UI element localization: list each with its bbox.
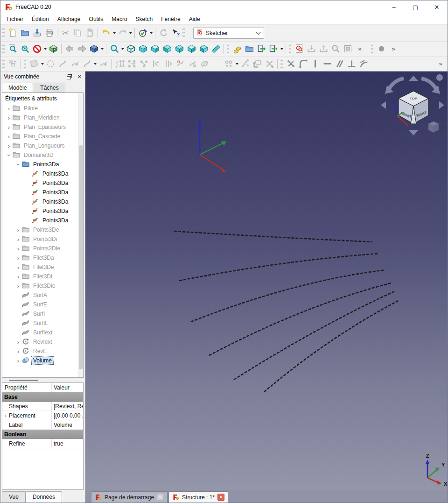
constraint-dof-button[interactable]: DOF: [113, 58, 126, 70]
tab-donnees[interactable]: Données: [26, 491, 62, 503]
toolbar-grip[interactable]: [2, 28, 5, 38]
undo-button[interactable]: [100, 27, 112, 39]
constraint-horizontal-button[interactable]: [321, 58, 333, 70]
tree-item-surfa-20[interactable]: SurfA: [2, 290, 83, 300]
constraint-snell-button[interactable]: [223, 58, 235, 70]
view-sketch-button[interactable]: [329, 43, 342, 55]
clipping-plane-button-dropdown[interactable]: [43, 43, 47, 55]
constraint-blocked-button[interactable]: !: [174, 58, 186, 70]
view-isometric-button[interactable]: [88, 43, 100, 55]
tree-item-points3da-12[interactable]: Points3Da: [2, 216, 83, 225]
navcube-rotate-ccw[interactable]: [389, 78, 404, 89]
macro-record-button[interactable]: [375, 43, 387, 55]
tree-expander-icon[interactable]: ›: [14, 236, 22, 243]
close-button[interactable]: ✕: [426, 0, 448, 14]
tree-scrollbar-thumb[interactable]: [79, 145, 83, 369]
navcube-arrow-up[interactable]: [409, 76, 418, 81]
validate-sketch-button[interactable]: [137, 27, 149, 39]
tree-item-reviext-25[interactable]: ›RevIext: [2, 337, 83, 347]
navcube-view-menu-button[interactable]: [428, 121, 445, 133]
tree-expander-icon[interactable]: ›: [5, 142, 13, 149]
toolbar-grip[interactable]: [24, 59, 26, 69]
toolbar-grip[interactable]: [371, 44, 373, 54]
tree-expander-icon[interactable]: ›: [14, 255, 22, 262]
point-curve-3[interactable]: [191, 270, 385, 322]
constraint-distance-y-button[interactable]: [162, 58, 174, 70]
reorient-sketch-button[interactable]: [317, 43, 329, 55]
view-axonometric-button[interactable]: [125, 43, 137, 55]
select-elements-button[interactable]: [28, 58, 40, 70]
constraint-perpendicular-button[interactable]: [345, 58, 357, 70]
tree-expander-icon[interactable]: ›: [14, 357, 22, 364]
map-sketch-button[interactable]: [305, 43, 317, 55]
navcube-arrow-right[interactable]: [439, 101, 444, 109]
view-right-button[interactable]: [161, 43, 173, 55]
refresh-button[interactable]: [157, 27, 169, 39]
constraint-snell-button-dropdown[interactable]: [235, 58, 239, 70]
menu-macro[interactable]: Macro: [107, 14, 131, 24]
constraint-tangent-button[interactable]: [357, 58, 370, 70]
tree-item-filet3di-18[interactable]: ›Filet3Di: [2, 272, 83, 281]
redo-button[interactable]: [116, 27, 128, 39]
tree-expander-icon[interactable]: ›: [14, 264, 22, 271]
navcube-arrow-down[interactable]: [409, 130, 418, 135]
constraint-distance-x-button[interactable]: [150, 58, 162, 70]
tree-expander-icon[interactable]: ›: [14, 273, 22, 280]
new-file-button[interactable]: [7, 27, 19, 39]
maximize-button[interactable]: ▢: [405, 0, 426, 14]
view-top-button[interactable]: [149, 43, 161, 55]
point-curve-6[interactable]: [264, 301, 398, 392]
view-bottom-button[interactable]: [185, 43, 197, 55]
workbench-selector[interactable]: Sketcher: [193, 28, 264, 39]
minimize-button[interactable]: –: [383, 0, 405, 14]
property-value[interactable]: true: [52, 440, 83, 447]
navcube-menu-button[interactable]: [436, 74, 443, 81]
cut-button[interactable]: ✂: [59, 27, 71, 39]
tree-item-points3die-15[interactable]: ›Points3Die: [2, 244, 83, 253]
tree-item-pilote-0[interactable]: ›Pilote: [2, 104, 83, 113]
curve-increase-button[interactable]: [81, 58, 93, 70]
curve-comb-button[interactable]: [97, 58, 109, 70]
menu-aide[interactable]: Aide: [185, 14, 204, 24]
sketcher-orientation-button[interactable]: [251, 58, 263, 70]
constraint-lock-button[interactable]: [186, 58, 198, 70]
tree-item-points3da-6[interactable]: ›Points3Da: [2, 160, 83, 169]
group-button[interactable]: [243, 43, 255, 55]
undo-button-dropdown[interactable]: [112, 27, 116, 39]
tree-item-points3da-7[interactable]: Points3Da: [2, 169, 83, 178]
validate-sketch-button-dropdown[interactable]: [149, 27, 153, 39]
tree-item-points3da-8[interactable]: Points3Da: [2, 178, 83, 188]
tree-expander-icon[interactable]: ›: [14, 339, 22, 346]
toggle-constraint-button[interactable]: [263, 58, 275, 70]
navigation-cube[interactable]: TOP FRONT RIGHT: [378, 71, 448, 142]
curve-decrease-button[interactable]: [69, 58, 81, 70]
tree-expander-icon[interactable]: ›: [6, 151, 13, 159]
zoom-button-dropdown[interactable]: [120, 43, 125, 55]
point-curve-4[interactable]: [209, 283, 391, 355]
tab-vue[interactable]: Vue: [2, 491, 26, 503]
tree-item-points3de-13[interactable]: ›Points3De: [2, 225, 83, 234]
tree-expander-icon[interactable]: ›: [5, 105, 13, 112]
whats-this-button[interactable]: ?: [169, 27, 182, 39]
property-row-refine[interactable]: Refinetrue: [2, 439, 83, 448]
select-elements-button-dropdown[interactable]: [40, 58, 44, 70]
tree-item-plan_epaisseurs-2[interactable]: ›Plan_Epaisseurs: [2, 122, 83, 132]
menu-sketch[interactable]: Sketch: [132, 14, 157, 24]
document-tab-pagededemarrage[interactable]: Page de démarrage✕: [91, 491, 168, 503]
toolbar-grip[interactable]: [182, 28, 185, 38]
tree-expander-icon[interactable]: ›: [14, 348, 22, 355]
point-curve-2[interactable]: [179, 254, 378, 281]
fit-all-button[interactable]: [7, 43, 19, 55]
tree-item-filet3die-19[interactable]: ›Filet3Die: [2, 281, 83, 290]
dock-float-button[interactable]: [65, 73, 73, 80]
curve-increase-button-dropdown[interactable]: [93, 58, 97, 70]
clipping-plane-button[interactable]: [31, 43, 43, 55]
tree-vertical-scrollbar[interactable]: [78, 93, 83, 377]
part-builder-button[interactable]: [231, 43, 243, 55]
tree-expander-icon[interactable]: ›: [5, 114, 13, 121]
close-tab-button[interactable]: ✕: [217, 494, 224, 501]
constraint-coincident-button[interactable]: [126, 58, 138, 70]
redo-button-dropdown[interactable]: [128, 27, 133, 39]
navcube-arrow-left[interactable]: [381, 101, 386, 109]
open-file-button[interactable]: [19, 27, 31, 39]
